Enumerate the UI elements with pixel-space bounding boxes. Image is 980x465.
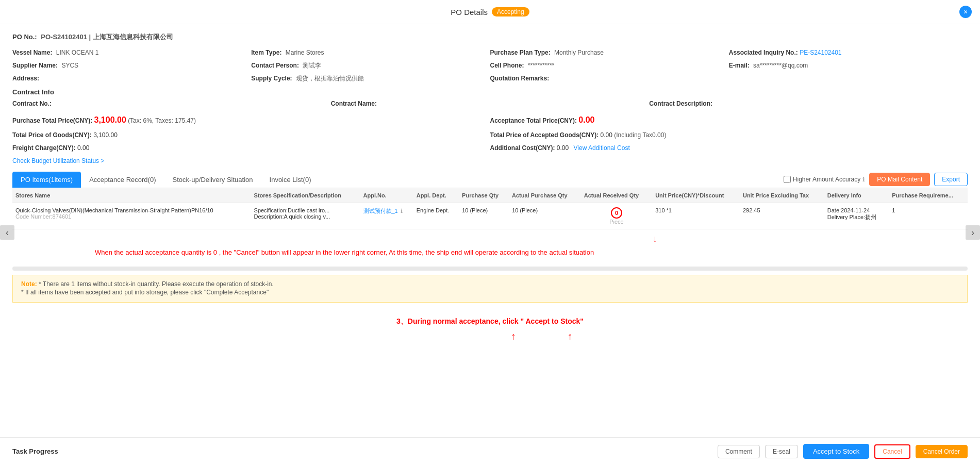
- appl-no-info-icon: ℹ: [401, 208, 403, 214]
- address: Address:: [12, 74, 251, 84]
- vessel-name-label: Vessel Name:: [12, 49, 52, 56]
- po-number-row: PO No.: PO-S24102401 | 上海互海信息科技有限公司: [12, 32, 968, 42]
- higher-accuracy-checkbox[interactable]: [784, 176, 791, 183]
- cancel-button[interactable]: Cancel: [874, 444, 910, 459]
- accept-to-stock-button[interactable]: Accept to Stock: [803, 444, 869, 459]
- modal-title: PO Details: [451, 8, 488, 16]
- contract-title: Contract Info: [12, 88, 968, 96]
- higher-accuracy-label: Higher Amount Accuracy: [793, 176, 860, 183]
- purchase-plan-type: Purchase Plan Type: Monthly Purchase: [490, 48, 729, 58]
- table-row: Quick-Closing Valves(DIN)(Mechanical Tra…: [12, 203, 968, 229]
- appl-no-link[interactable]: 测试预付款_1: [363, 208, 398, 214]
- associated-inquiry-link[interactable]: PE-S24102401: [800, 49, 841, 56]
- supply-cycle-value: 现货，根据靠泊情况供船: [296, 75, 364, 82]
- purchase-tax-note: (Tax: 6%, Taxes: 175.47): [128, 117, 196, 124]
- note-item-1: Note: * There are 1 items without stock-…: [21, 280, 959, 288]
- total-goods: Total Price of Goods(CNY): 3,100.00: [12, 130, 490, 141]
- supplier-name-label: Supplier Name:: [12, 62, 58, 69]
- received-qty-unit: Piece: [609, 219, 624, 225]
- contact-person-value: 测试李: [303, 62, 321, 69]
- footer-buttons: Comment E-seal Accept to Stock Cancel Ca…: [718, 444, 968, 459]
- price-section: Purchase Total Price(CNY): 3,100.00 (Tax…: [12, 113, 968, 154]
- additional-label: Additional Cost(CNY):: [490, 144, 555, 152]
- total-accepted: Total Price of Accepted Goods(CNY): 0.00…: [490, 130, 968, 141]
- col-unit-price-excl-tax: Unit Price Excluding Tax: [740, 188, 824, 203]
- item-type-label: Item Type:: [251, 49, 281, 56]
- email-label: E-mail:: [729, 62, 750, 69]
- contract-no-label: Contract No.:: [12, 100, 52, 107]
- cell-delivery-info: Date:2024-11-24 Delivery Place:扬州: [824, 203, 889, 229]
- annotation-text: When the actual acceptance quantity is 0…: [95, 244, 968, 260]
- acceptance-total: Acceptance Total Price(CNY): 0.00: [490, 113, 968, 128]
- note-text-1: * There are 1 items without stock-in qua…: [39, 280, 274, 288]
- po-mail-content-button[interactable]: PO Mail Content: [869, 173, 930, 186]
- cancel-order-button[interactable]: Cancel Order: [916, 445, 968, 458]
- contact-person-label: Contact Person:: [251, 62, 299, 69]
- contract-section: Contract Info Contract No.: Contract Nam…: [12, 88, 968, 109]
- check-budget-link[interactable]: Check Budget Utilization Status >: [12, 157, 104, 164]
- supplier-name-value: SYCS: [61, 62, 78, 69]
- contract-no: Contract No.:: [12, 99, 331, 109]
- cell-specification: Specification:Ductile cast iro... Descri…: [251, 203, 360, 229]
- purchase-total-label: Purchase Total Price(CNY):: [12, 117, 92, 124]
- acceptance-total-value: 0.00: [578, 115, 594, 124]
- modal-footer: Task Progress Comment E-seal Accept to S…: [0, 437, 980, 465]
- tab-po-items[interactable]: PO Items(1items): [12, 172, 81, 188]
- scrollbar[interactable]: [12, 267, 968, 271]
- delivery-date: Date:2024-11-24: [827, 207, 886, 213]
- modal-header: PO Details Accepting ×: [0, 0, 980, 24]
- po-no-label: PO No.:: [12, 33, 37, 41]
- nav-left-arrow[interactable]: ‹: [0, 225, 14, 240]
- tab-acceptance-record[interactable]: Acceptance Record(0): [81, 172, 164, 188]
- received-qty-container: 0 Piece: [584, 207, 649, 225]
- purchase-total: Purchase Total Price(CNY): 3,100.00 (Tax…: [12, 113, 490, 128]
- col-actual-purchase-qty: Actual Purchase Qty: [509, 188, 581, 203]
- address-label: Address:: [12, 75, 39, 82]
- email-value: sa*********@qq.com: [753, 62, 808, 69]
- cell-purchase-qty: 10 (Piece): [459, 203, 509, 229]
- freight-value: 0.00: [77, 144, 89, 152]
- tab-stockup-delivery[interactable]: Stock-up/Delivery Situation: [164, 172, 261, 188]
- nav-right-arrow[interactable]: ›: [966, 225, 980, 240]
- price-grid: Purchase Total Price(CNY): 3,100.00 (Tax…: [12, 113, 968, 154]
- cell-unit-price-discount: 310 *1: [652, 203, 740, 229]
- note-text-2: * If all items have been accepted and pu…: [21, 289, 269, 296]
- contract-desc-label: Contract Description:: [649, 100, 712, 107]
- col-purchase-qty: Purchase Qty: [459, 188, 509, 203]
- e-seal-button[interactable]: E-seal: [765, 445, 798, 458]
- step3-area: 3、During normal acceptance, click " Acce…: [12, 303, 968, 347]
- empty-cell: [729, 74, 968, 84]
- col-purchase-req: Purchase Requireme...: [889, 188, 968, 203]
- additional-value: 0.00: [557, 144, 569, 152]
- close-button[interactable]: ×: [959, 6, 972, 18]
- table-header-row: Stores Name Stores Specification/Descrip…: [12, 188, 968, 203]
- modal-container: PO Details Accepting × ‹ › PO No.: PO-S2…: [0, 0, 980, 465]
- cell-appl-no: 测试预付款_1 ℹ: [360, 203, 413, 229]
- quotation-remarks-label: Quotation Remarks:: [490, 75, 550, 82]
- supplier-name: Supplier Name: SYCS: [12, 61, 251, 71]
- email: E-mail: sa*********@qq.com: [729, 61, 968, 71]
- arrow-up-icon-1: ↑: [511, 330, 516, 342]
- arrow-up-container: ↑ ↑: [12, 330, 968, 342]
- contact-person: Contact Person: 测试李: [251, 61, 490, 71]
- cell-actual-received-qty: 0 Piece: [581, 203, 652, 229]
- received-qty-value: 0: [611, 207, 622, 219]
- freight-charge: Freight Charge(CNY): 0.00: [12, 143, 490, 154]
- cell-phone-value: ***********: [528, 62, 554, 69]
- col-specification: Stores Specification/Description: [251, 188, 360, 203]
- export-button[interactable]: Export: [934, 173, 968, 186]
- cell-appl-dept: Engine Dept.: [413, 203, 459, 229]
- col-appl-no: Appl.No.: [360, 188, 413, 203]
- annotation-step3: 3、During normal acceptance, click " Acce…: [12, 317, 968, 326]
- tabs-bar: PO Items(1items) Acceptance Record(0) St…: [12, 172, 968, 188]
- stores-name-text: Quick-Closing Valves(DIN)(Mechanical Tra…: [15, 207, 248, 213]
- higher-accuracy-info-icon: ℹ: [862, 176, 865, 183]
- acceptance-total-label: Acceptance Total Price(CNY):: [490, 117, 577, 124]
- tab-invoice-list[interactable]: Invoice List(0): [261, 172, 320, 188]
- total-goods-label: Total Price of Goods(CNY):: [12, 131, 92, 139]
- col-appl-dept: Appl. Dept.: [413, 188, 459, 203]
- purchase-plan-type-value: Monthly Purchase: [554, 49, 604, 56]
- view-additional-link[interactable]: View Additional Cost: [574, 144, 630, 152]
- comment-button[interactable]: Comment: [718, 445, 760, 458]
- col-delivery-info: Delivery Info: [824, 188, 889, 203]
